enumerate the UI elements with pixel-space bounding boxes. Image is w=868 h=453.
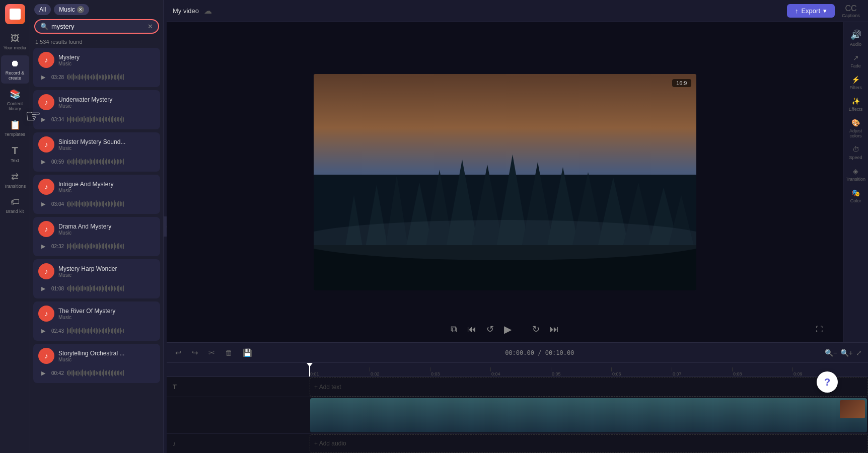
tab-all[interactable]: All xyxy=(34,4,51,15)
waveform-bar xyxy=(114,329,115,333)
captions-button[interactable]: CC Captions xyxy=(840,4,862,18)
search-box: 🔍 ✕ xyxy=(34,19,159,34)
tab-music[interactable]: Music ✕ xyxy=(54,4,89,15)
music-item[interactable]: ♪ Sinister Mystery Sound... Music ▶ 00:5… xyxy=(33,132,160,172)
waveform-bar xyxy=(123,329,124,333)
text-track-content: + Add text xyxy=(309,377,868,397)
sidebar-item-text[interactable]: T Text xyxy=(1,142,29,166)
music-item[interactable]: ♪ Intrigue And Mystery Music ▶ 03:04 xyxy=(33,175,160,214)
video-clip[interactable] xyxy=(310,398,867,432)
waveform-bar xyxy=(121,286,122,291)
subtitles-button[interactable]: ⧉ xyxy=(451,324,457,335)
waveform-bar xyxy=(106,328,107,333)
music-duration: 03:34 xyxy=(51,117,64,122)
rewind-button[interactable]: ↺ xyxy=(486,324,494,335)
waveform-bar xyxy=(112,202,113,205)
waveform-bar xyxy=(109,329,110,332)
waveform-bar xyxy=(106,159,107,165)
music-play-button[interactable]: ▶ xyxy=(38,157,48,167)
zoom-in-button[interactable]: 🔍+ xyxy=(840,349,853,357)
play-button[interactable]: ▶ xyxy=(504,320,522,338)
export-button[interactable]: ↑ Export ▾ xyxy=(787,4,835,18)
right-panel-speed[interactable]: ⏱ Speed xyxy=(844,142,867,163)
waveform-bar xyxy=(71,160,73,164)
waveform-bar xyxy=(105,371,106,375)
music-play-button[interactable]: ▶ xyxy=(38,368,48,378)
playhead[interactable] xyxy=(309,363,310,376)
sidebar-item-record[interactable]: ⏺ Record &create xyxy=(1,55,29,84)
music-play-button[interactable]: ▶ xyxy=(38,114,48,124)
waveform-bar xyxy=(67,328,68,334)
waveform-bar xyxy=(109,202,110,206)
fit-button[interactable]: ⤢ xyxy=(856,349,862,357)
waveform-bar xyxy=(120,328,121,334)
waveform-bar xyxy=(108,74,109,80)
waveform-bar xyxy=(108,160,109,164)
waveform-bar xyxy=(112,370,113,376)
music-item[interactable]: ♪ Mystery Music ▶ 03:28 xyxy=(33,48,160,87)
music-play-button[interactable]: ▶ xyxy=(38,72,48,82)
waveform-bar xyxy=(87,329,88,333)
right-panel-transition[interactable]: ◈ Transition xyxy=(844,164,867,185)
waveform-bar xyxy=(85,244,86,249)
music-item[interactable]: ♪ Drama And Mystery Music ▶ 02:32 xyxy=(33,217,160,256)
waveform-bar xyxy=(85,287,86,290)
music-item[interactable]: ♪ Storytelling Orchestral ... Music ▶ 00… xyxy=(33,344,160,383)
right-panel-adjust[interactable]: 🎨 Adjust colors xyxy=(844,116,867,141)
sidebar-item-templates[interactable]: 📋 Templates xyxy=(1,116,29,140)
music-item[interactable]: ♪ Underwater Mystery Music ▶ 03:34 xyxy=(33,90,160,129)
waveform-bar xyxy=(118,370,119,375)
waveform-bar xyxy=(111,117,112,122)
music-item[interactable]: ♪ Mystery Harp Wonder Music ▶ 01:08 xyxy=(33,259,160,298)
music-waveform xyxy=(67,113,155,125)
cut-button[interactable]: ✂ xyxy=(206,347,218,359)
waveform-bar xyxy=(96,160,97,164)
ruler-mark: 0:07 xyxy=(672,367,732,376)
sidebar-item-transitions[interactable]: ⇄ Transitions xyxy=(1,168,29,192)
music-play-button[interactable]: ▶ xyxy=(38,326,48,336)
sidebar-item-brand[interactable]: 🏷 Brand kit xyxy=(1,194,29,217)
skip-forward-button[interactable]: ⏭ xyxy=(550,324,559,335)
search-input[interactable] xyxy=(51,23,144,30)
zoom-out-button[interactable]: 🔍− xyxy=(825,349,837,357)
waveform-bar xyxy=(78,329,79,333)
waveform-bar xyxy=(82,117,83,121)
sidebar-item-media[interactable]: 🖼 Your media xyxy=(1,30,29,53)
music-duration: 03:28 xyxy=(51,74,64,80)
video-track-content[interactable] xyxy=(309,397,868,433)
waveform-bar xyxy=(70,161,71,163)
music-item[interactable]: ♪ The River Of Mystery Music ▶ 02:43 xyxy=(33,301,160,341)
waveform-bar xyxy=(115,202,116,206)
waveform-bar xyxy=(94,245,95,248)
fullscreen-button[interactable]: ⛶ xyxy=(816,325,823,333)
music-play-button[interactable]: ▶ xyxy=(38,283,48,293)
undo-button[interactable]: ↩ xyxy=(173,347,184,359)
forward-button[interactable]: ↻ xyxy=(532,324,540,335)
add-text-button[interactable]: + Add text xyxy=(310,378,867,397)
music-item-name: Intrigue And Mystery xyxy=(58,181,155,188)
right-panel-filters[interactable]: ⚡ Filters xyxy=(844,72,867,93)
help-button[interactable]: ? xyxy=(817,371,838,393)
timeline-time: 00:00.00 / 00:10.00 xyxy=(260,349,820,356)
add-audio-button[interactable]: + Add audio xyxy=(310,434,867,452)
clear-search-button[interactable]: ✕ xyxy=(148,23,153,30)
right-panel-effects[interactable]: ✨ Effects xyxy=(844,94,867,115)
music-play-button[interactable]: ▶ xyxy=(38,199,48,209)
waveform-bar xyxy=(90,370,91,376)
redo-button[interactable]: ↪ xyxy=(189,347,201,359)
right-panel-color[interactable]: 🎭 Color xyxy=(844,186,867,206)
waveform-bar xyxy=(75,201,76,206)
music-play-button[interactable]: ▶ xyxy=(38,241,48,251)
waveform-bar xyxy=(94,159,95,165)
skip-back-button[interactable]: ⏮ xyxy=(467,324,476,335)
tab-music-close[interactable]: ✕ xyxy=(77,6,84,13)
save-button[interactable]: 💾 xyxy=(240,347,255,359)
sidebar-item-content[interactable]: 📚 Contentlibrary xyxy=(1,86,29,114)
waveform-bar xyxy=(73,329,74,332)
delete-button[interactable]: 🗑 xyxy=(223,347,235,358)
waveform-bar xyxy=(93,244,94,248)
music-duration: 03:04 xyxy=(51,201,64,207)
right-panel-audio[interactable]: 🔊 Audio xyxy=(844,26,867,50)
waveform-bar xyxy=(87,243,88,250)
right-panel-fade[interactable]: ↗ Fade xyxy=(844,51,867,71)
